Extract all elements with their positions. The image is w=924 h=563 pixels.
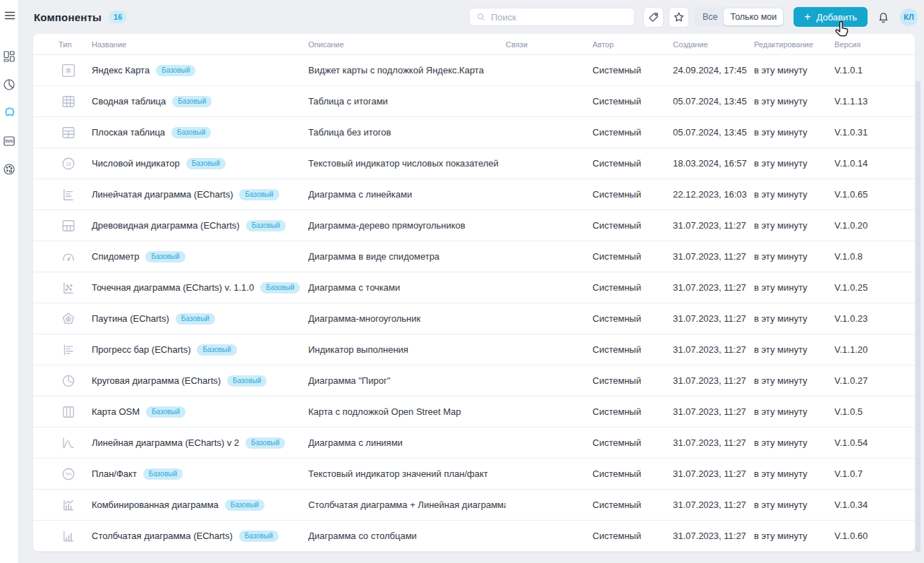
component-description: Текстовый индикатор числовых показателей	[308, 158, 506, 169]
table-row[interactable]: Столбчатая диаграмма (ECharts)БазовыйДиа…	[33, 521, 915, 552]
tags-filter-button[interactable]	[643, 7, 664, 28]
component-author: Системный	[592, 158, 673, 169]
svg-text:16: 16	[66, 161, 71, 166]
component-created: 31.07.2023, 11:27	[673, 437, 754, 448]
component-author: Системный	[592, 127, 673, 138]
component-created: 22.12.2023, 16:03	[673, 189, 754, 200]
component-version: V.1.0.54	[834, 437, 915, 448]
component-description: Столбчатая диаграмма + Линейная диаграмм…	[308, 500, 506, 510]
component-author: Системный	[592, 406, 673, 417]
table-row[interactable]: СпидометрБазовыйДиаграмма в виде спидоме…	[33, 241, 915, 272]
component-edited: в эту минуту	[754, 65, 834, 75]
table-row[interactable]: Древовидная диаграмма (ECharts)БазовыйДи…	[33, 210, 915, 241]
radar-icon	[61, 312, 75, 326]
flat-table-icon	[61, 126, 75, 140]
component-version: V.1.0.7	[834, 468, 915, 479]
component-name: Линейчатая диаграмма (ECharts)	[92, 189, 233, 200]
user-avatar[interactable]: КЛ	[900, 8, 918, 26]
component-edited: в эту минуту	[754, 189, 834, 200]
component-created: 05.07.2024, 13:45	[673, 127, 754, 138]
component-version: V.1.0.20	[834, 220, 915, 231]
component-author: Системный	[592, 375, 673, 386]
sidebar-item-components[interactable]	[3, 107, 16, 119]
add-button[interactable]: + Добавить	[794, 7, 868, 27]
column-header-name: Название	[92, 40, 308, 49]
sidebar-item-reports[interactable]	[3, 78, 16, 91]
components-count-badge: 16	[109, 11, 127, 23]
component-created: 18.03.2024, 16:57	[673, 158, 754, 169]
filter-only-mine-segment[interactable]: Только мои	[724, 8, 783, 25]
table-row[interactable]: Комбинированная диаграммаБазовыйСтолбчат…	[33, 490, 915, 521]
table-row[interactable]: Точечная диаграмма (ECharts) v. 1.1.0Баз…	[33, 272, 915, 303]
component-edited: в эту минуту	[754, 437, 834, 448]
component-badge: Базовый	[171, 127, 211, 138]
component-name: План/Факт	[92, 468, 137, 479]
table-row[interactable]: Линейная диаграмма (ECharts) v 2БазовыйД…	[33, 428, 915, 459]
component-name: Прогресс бар (ECharts)	[92, 344, 190, 355]
component-description: Таблица с итогами	[308, 96, 506, 107]
component-description: Диаграмма с линейками	[308, 189, 506, 200]
component-badge: Базовый	[239, 531, 279, 542]
component-description: Диаграмма со столбцами	[308, 531, 506, 541]
component-description: Диаграмма с линиями	[308, 437, 506, 448]
search-input[interactable]	[491, 12, 628, 23]
component-name: Сводная таблица	[92, 96, 166, 107]
component-author: Системный	[592, 468, 673, 479]
menu-icon[interactable]	[4, 9, 16, 22]
svg-text:SVG: SVG	[5, 139, 13, 143]
pie-chart-icon	[61, 374, 75, 388]
column-header-author: Автор	[592, 40, 673, 49]
filter-all-segment[interactable]: Все	[696, 8, 724, 25]
page-title: Компоненты	[34, 11, 102, 23]
component-description: Текстовый индикатор значений план/факт	[308, 468, 506, 479]
component-author: Системный	[592, 189, 673, 200]
column-header-version: Версия	[834, 40, 915, 49]
component-version: V.1.0.14	[834, 158, 915, 169]
component-edited: в эту минуту	[754, 406, 834, 417]
tag-icon	[648, 11, 659, 23]
table-row[interactable]: Круговая диаграмма (ECharts)БазовыйДиагр…	[33, 365, 915, 396]
sidebar-item-palette[interactable]	[3, 163, 16, 176]
component-edited: в эту минуту	[754, 282, 834, 293]
table-row[interactable]: Прогресс бар (ECharts)БазовыйИндикатор в…	[33, 334, 915, 365]
component-version: V.1.0.31	[834, 127, 915, 138]
component-edited: в эту минуту	[754, 220, 834, 231]
table-row[interactable]: Линейчатая диаграмма (ECharts)БазовыйДиа…	[33, 179, 915, 210]
add-button-label: Добавить	[817, 12, 857, 23]
table-row[interactable]: Сводная таблицаБазовыйТаблица с итогамиС…	[33, 86, 915, 117]
search-icon	[476, 12, 486, 22]
component-name: Столбчатая диаграмма (ECharts)	[92, 531, 233, 541]
component-author: Системный	[592, 65, 673, 75]
table-row[interactable]: Плоская таблицаБазовыйТаблица без итогов…	[33, 117, 915, 148]
component-description: Карта с подложкой Open Street Map	[308, 406, 506, 417]
component-edited: в эту минуту	[754, 313, 834, 324]
ownership-filter: Все Только мои	[695, 7, 784, 27]
component-name: Карта OSM	[92, 406, 140, 417]
components-table: Тип Название Описание Связи Автор Создан…	[33, 34, 915, 552]
favorites-filter-button[interactable]	[669, 7, 689, 28]
component-badge: Базовый	[176, 313, 215, 325]
component-badge: Базовый	[246, 220, 286, 231]
table-row[interactable]: 16Числовой индикаторБазовыйТекстовый инд…	[33, 148, 915, 179]
component-name: Паутина (ECharts)	[92, 313, 169, 324]
scrollbar[interactable]	[916, 81, 920, 552]
component-version: V.1.0.23	[834, 313, 915, 324]
component-badge: Базовый	[143, 468, 183, 480]
component-created: 31.07.2023, 11:27	[673, 531, 754, 541]
column-header-edited: Редактирование	[754, 40, 834, 49]
star-icon	[673, 11, 685, 23]
search-box[interactable]	[469, 8, 635, 26]
table-row[interactable]: Карта OSMБазовыйКарта с подложкой Open S…	[33, 396, 915, 428]
sidebar-item-svg-editor[interactable]: SVG	[3, 135, 16, 147]
component-badge: Базовый	[245, 437, 285, 449]
table-row[interactable]: 75%План/ФактБазовыйТекстовый индикатор з…	[33, 459, 915, 490]
sidebar: SVG	[0, 0, 19, 563]
table-row[interactable]: Яндекс КартаБазовыйВиджет карты с подлож…	[33, 55, 915, 86]
notifications-bell-icon[interactable]	[877, 10, 890, 24]
component-description: Диаграмма с точками	[308, 282, 506, 293]
component-description: Диаграмма в виде спидометра	[308, 251, 506, 262]
component-version: V.1.0.25	[834, 282, 915, 293]
table-row[interactable]: Паутина (ECharts)БазовыйДиаграмма-многоу…	[33, 303, 915, 334]
sidebar-item-dashboards[interactable]	[3, 50, 16, 63]
component-created: 05.07.2024, 13:45	[673, 96, 754, 107]
